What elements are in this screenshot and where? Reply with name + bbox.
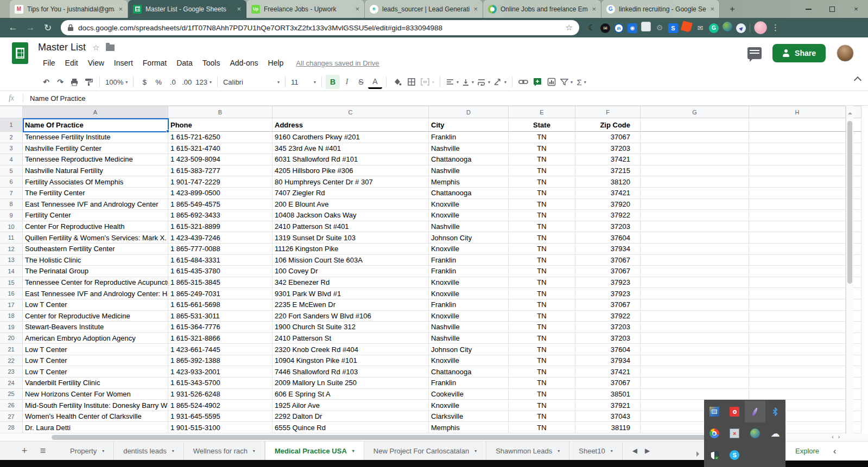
cell-G23[interactable] <box>641 366 749 378</box>
cell-B27[interactable]: 1 931-645-5595 <box>168 411 273 423</box>
cell-B28[interactable]: 1 901-515-3100 <box>168 422 273 433</box>
cell-F28[interactable]: 38119 <box>575 422 641 433</box>
cell-D17[interactable]: Franklin <box>429 299 509 311</box>
cell-C13[interactable]: 106 Mission Court Ste 603A <box>273 255 429 266</box>
horizontal-align-icon[interactable]: ▾ <box>444 75 460 89</box>
cell-A27[interactable]: Women's Health Center of Clarksville <box>23 411 168 423</box>
cell-F11[interactable]: 37604 <box>575 232 641 244</box>
restore-button[interactable] <box>820 0 844 18</box>
skype-tray-icon[interactable]: S <box>725 444 745 466</box>
cell-H12[interactable] <box>749 244 846 255</box>
compass-extension-icon[interactable]: ◉ <box>628 22 637 33</box>
cell-E12[interactable]: TN <box>509 244 575 255</box>
new-tab-button[interactable]: + <box>725 2 739 16</box>
cell-H11[interactable] <box>749 232 846 244</box>
cell-E6[interactable]: TN <box>509 176 575 188</box>
row-number-23[interactable]: 23 <box>0 366 23 378</box>
cell-B7[interactable]: 1 423-899-0500 <box>168 188 273 199</box>
cell-C10[interactable]: 2410 Patterson St #401 <box>273 221 429 233</box>
cell-G16[interactable] <box>641 288 749 299</box>
column-header-D[interactable]: D <box>429 106 509 118</box>
cell-F5[interactable]: 37215 <box>575 165 641 177</box>
envelope-extension-icon[interactable]: ✉ <box>695 23 705 33</box>
cell-C28[interactable]: 6555 Quince Rd <box>273 422 429 433</box>
browser-menu-icon[interactable]: ⋮ <box>769 23 782 33</box>
cell-A15[interactable]: Tennessee Center for Reproductive Acupun… <box>23 277 168 289</box>
cell-B17[interactable]: 1 615-661-5698 <box>168 299 273 311</box>
cell-A11[interactable]: Quillen Fertility & Women's Services: Ma… <box>23 232 168 244</box>
cell-F10[interactable]: 37203 <box>575 221 641 233</box>
cell-G3[interactable] <box>641 143 749 155</box>
tab-close-icon[interactable]: × <box>118 5 123 13</box>
cell-B22[interactable]: 1 865-392-1388 <box>168 355 273 367</box>
row-number-6[interactable]: 6 <box>0 176 23 188</box>
save-status-link[interactable]: All changes saved in Drive <box>296 59 379 67</box>
move-folder-icon[interactable] <box>106 44 115 51</box>
row-number-11[interactable]: 11 <box>0 232 23 244</box>
close-button[interactable]: × <box>844 0 868 18</box>
cell-G2[interactable] <box>641 132 749 143</box>
row-number-12[interactable]: 12 <box>0 244 23 255</box>
mail-badge-extension-icon[interactable]: ✉ <box>600 22 610 33</box>
browser-tab[interactable]: Online Jobs and freelance Emp× <box>483 0 601 18</box>
cell-E23[interactable]: TN <box>509 366 575 378</box>
cell-G22[interactable] <box>641 355 749 367</box>
menu-insert[interactable]: Insert <box>110 57 137 69</box>
cell-H14[interactable] <box>749 266 846 277</box>
cell-A24[interactable]: Vanderbilt Fertility Clinic <box>23 378 168 389</box>
cell-C19[interactable]: 1900 Church St Suite 312 <box>273 322 429 333</box>
row-number-25[interactable]: 25 <box>0 389 23 400</box>
cell-H8[interactable] <box>749 199 846 210</box>
cell-E28[interactable]: TN <box>509 422 575 433</box>
cell-G21[interactable] <box>641 344 749 355</box>
horizontal-scroll-thumb[interactable] <box>52 435 755 440</box>
strikethrough-button[interactable]: S <box>354 75 368 89</box>
cell-G9[interactable] <box>641 210 749 221</box>
account-avatar[interactable] <box>837 44 854 62</box>
cell-A19[interactable]: Stewart-Beavers Institute <box>23 322 168 333</box>
cell-D25[interactable]: Cookeville <box>429 389 509 400</box>
cell-G20[interactable] <box>641 333 749 344</box>
cell-H10[interactable] <box>749 221 846 233</box>
cell-B12[interactable]: 1 865-777-0088 <box>168 244 273 255</box>
cell-D20[interactable]: Nashville <box>429 333 509 344</box>
cell-B25[interactable]: 1 931-526-6248 <box>168 389 273 400</box>
cell-G7[interactable] <box>641 188 749 199</box>
cell-G13[interactable] <box>641 255 749 266</box>
cell-C11[interactable]: 1319 Sunset Dr Suite 103 <box>273 232 429 244</box>
cell-G10[interactable] <box>641 221 749 233</box>
scroll-right-icon[interactable]: › <box>838 434 840 440</box>
cell-D28[interactable]: Memphis <box>429 422 509 433</box>
row-number-18[interactable]: 18 <box>0 311 23 322</box>
cell-C23[interactable]: 7446 Shallowford Rd #103 <box>273 366 429 378</box>
cell-E2[interactable]: TN <box>509 132 575 143</box>
cell-B16[interactable]: 1 865-249-7031 <box>168 288 273 299</box>
cell-C9[interactable]: 10408 Jackson Oaks Way <box>273 210 429 221</box>
cell-H21[interactable] <box>749 344 846 355</box>
cell-D26[interactable]: Knoxville <box>429 400 509 411</box>
add-sheet-icon[interactable]: + <box>15 442 34 460</box>
cell-B9[interactable]: 1 865-692-3433 <box>168 210 273 221</box>
cell-D16[interactable]: Knoxville <box>429 288 509 299</box>
menu-view[interactable]: View <box>84 57 108 69</box>
cell-F22[interactable]: 37934 <box>575 355 641 367</box>
forward-icon[interactable]: → <box>23 20 38 35</box>
undo-icon[interactable]: ↶ <box>39 75 53 89</box>
gears-extension-icon[interactable]: ⚙ <box>655 23 664 33</box>
insert-chart-icon[interactable] <box>544 75 559 89</box>
cell-E14[interactable]: TN <box>509 266 575 277</box>
linked-helper-extension-icon[interactable]: lh <box>614 22 624 34</box>
cell-F21[interactable]: 37604 <box>575 344 641 355</box>
row-number-8[interactable]: 8 <box>0 199 23 210</box>
cell-E22[interactable]: TN <box>509 355 575 367</box>
cell-F8[interactable]: 37920 <box>575 199 641 210</box>
cell-E18[interactable]: TN <box>509 311 575 322</box>
sheet-tab-menu-icon[interactable]: ▾ <box>102 449 104 453</box>
zoom-select[interactable]: 100%▾ <box>104 75 129 89</box>
row-number-28[interactable]: 28 <box>0 422 23 433</box>
cell-D14[interactable]: Franklin <box>429 266 509 277</box>
format-percent-icon[interactable]: % <box>151 75 166 89</box>
cell-C6[interactable]: 80 Humphreys Center Dr # 307 <box>273 176 429 188</box>
cell-H13[interactable] <box>749 255 846 266</box>
cell-D8[interactable]: Knoxville <box>429 199 509 210</box>
